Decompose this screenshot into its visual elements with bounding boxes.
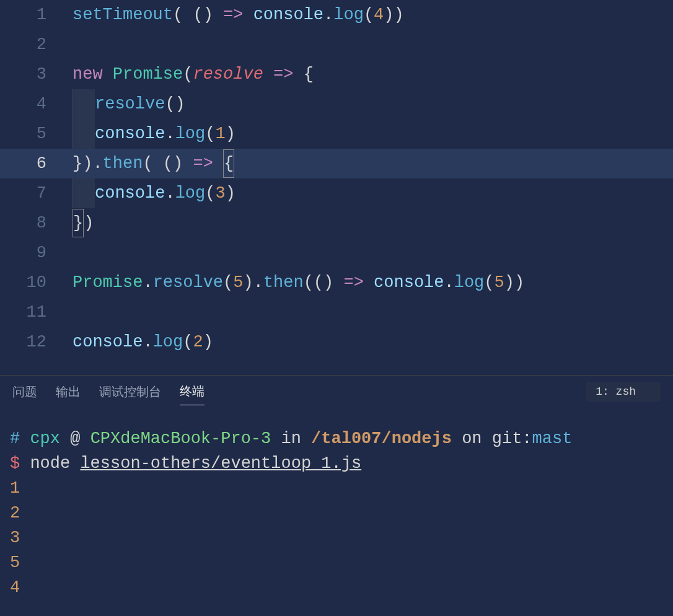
terminal-output-line: 1 bbox=[10, 476, 663, 501]
code-token: )) bbox=[384, 6, 403, 24]
terminal-git: git: bbox=[492, 429, 532, 448]
terminal-in: in bbox=[281, 429, 301, 448]
code-content[interactable]: resolve() bbox=[59, 89, 185, 119]
panel-tabs: 问题 输出 调试控制台 终端 1: zsh bbox=[0, 376, 673, 408]
code-line[interactable]: 9 bbox=[0, 238, 673, 268]
code-token: new bbox=[73, 65, 103, 84]
code-token: ( bbox=[183, 333, 193, 351]
code-token: )) bbox=[504, 273, 524, 292]
terminal-at: @ bbox=[70, 429, 80, 448]
line-number[interactable]: 2 bbox=[0, 30, 59, 59]
code-token: log bbox=[153, 333, 183, 351]
code-token: () bbox=[165, 95, 185, 113]
terminal-file: lesson-others/eventloop_1.js bbox=[80, 454, 361, 473]
terminal-on: on bbox=[462, 429, 482, 448]
code-token: ( bbox=[183, 65, 193, 84]
tab-terminal[interactable]: 终端 bbox=[180, 378, 205, 405]
terminal-output-line: 2 bbox=[10, 501, 663, 526]
code-token: console bbox=[95, 184, 165, 203]
code-editor[interactable]: 1setTimeout( () => console.log(4))23new … bbox=[0, 0, 673, 375]
code-token: console bbox=[73, 333, 143, 351]
tab-output[interactable]: 输出 bbox=[56, 379, 81, 405]
code-token: 3 bbox=[215, 184, 225, 203]
code-content[interactable]: console.log(2) bbox=[59, 327, 213, 357]
line-number[interactable]: 1 bbox=[0, 0, 59, 30]
code-line[interactable]: 1setTimeout( () => console.log(4)) bbox=[0, 0, 673, 30]
code-token: (() bbox=[304, 273, 344, 292]
code-token: => bbox=[343, 273, 363, 292]
line-number[interactable]: 7 bbox=[0, 178, 59, 208]
terminal-selector[interactable]: 1: zsh bbox=[586, 382, 661, 402]
code-content[interactable]: }) bbox=[59, 208, 94, 238]
line-number[interactable]: 6 bbox=[0, 149, 59, 178]
code-line[interactable]: 4resolve() bbox=[0, 89, 673, 119]
code-content[interactable]: }).then( () => { bbox=[59, 149, 234, 178]
code-content[interactable]: new Promise(resolve => { bbox=[59, 59, 314, 89]
code-token: . bbox=[444, 273, 454, 292]
code-token: log bbox=[175, 125, 206, 143]
line-number[interactable]: 3 bbox=[0, 59, 59, 89]
code-token: resolve bbox=[95, 95, 165, 113]
code-line[interactable]: 8}) bbox=[0, 208, 673, 238]
tab-debug-console[interactable]: 调试控制台 bbox=[99, 379, 161, 405]
code-content[interactable]: Promise.resolve(5).then(() => console.lo… bbox=[59, 268, 524, 297]
line-number[interactable]: 5 bbox=[0, 119, 59, 149]
terminal-path: /tal007/nodejs bbox=[311, 429, 452, 448]
code-content[interactable]: console.log(3) bbox=[59, 178, 235, 208]
code-line[interactable]: 5console.log(1) bbox=[0, 119, 673, 149]
code-token bbox=[213, 154, 223, 173]
code-token: 1 bbox=[215, 125, 225, 143]
code-token: => bbox=[273, 65, 293, 84]
code-token: ( bbox=[205, 125, 215, 143]
code-token: . bbox=[165, 125, 175, 143]
code-token bbox=[103, 65, 113, 84]
code-line[interactable]: 6}).then( () => { bbox=[0, 149, 673, 178]
terminal-branch: mast bbox=[532, 429, 573, 448]
code-token: ) bbox=[203, 333, 213, 351]
code-line[interactable]: 7console.log(3) bbox=[0, 178, 673, 208]
line-number[interactable]: 11 bbox=[0, 297, 59, 327]
code-token: ( () bbox=[173, 6, 223, 24]
code-token: log bbox=[175, 184, 206, 203]
indent-guide bbox=[73, 119, 95, 149]
code-token: then bbox=[263, 273, 304, 292]
indent-guide bbox=[73, 89, 95, 119]
code-token: 2 bbox=[193, 333, 203, 351]
code-token: => bbox=[193, 154, 213, 173]
terminal-output-line: 4 bbox=[10, 575, 663, 600]
tab-problems[interactable]: 问题 bbox=[12, 379, 37, 405]
code-token: ( bbox=[364, 6, 374, 24]
code-token: ( bbox=[484, 273, 494, 292]
line-number[interactable]: 10 bbox=[0, 268, 59, 297]
code-token: => bbox=[223, 6, 243, 24]
code-content[interactable]: setTimeout( () => console.log(4)) bbox=[59, 0, 404, 30]
terminal-output-line: 5 bbox=[10, 550, 663, 575]
terminal-hash: # bbox=[10, 429, 20, 448]
code-token: Promise bbox=[73, 273, 143, 292]
code-token: 5 bbox=[495, 273, 504, 292]
code-content[interactable]: console.log(1) bbox=[59, 119, 235, 149]
line-number[interactable]: 9 bbox=[0, 238, 59, 268]
code-token: ( bbox=[205, 184, 215, 203]
code-token: }). bbox=[73, 154, 103, 173]
code-token: console bbox=[253, 6, 323, 24]
code-token: then bbox=[103, 154, 143, 173]
code-line[interactable]: 12console.log(2) bbox=[0, 327, 673, 357]
terminal-prompt-line: # cpx @ CPXdeMacBook-Pro-3 in /tal007/no… bbox=[10, 426, 663, 451]
line-number[interactable]: 8 bbox=[0, 208, 59, 238]
code-line[interactable]: 11 bbox=[0, 297, 673, 327]
code-token: 5 bbox=[233, 273, 243, 292]
terminal-output: 12354 bbox=[10, 476, 663, 600]
code-token: setTimeout bbox=[73, 6, 173, 24]
code-token: ). bbox=[243, 273, 263, 292]
code-token bbox=[364, 273, 374, 292]
code-line[interactable]: 3new Promise(resolve => { bbox=[0, 59, 673, 89]
terminal[interactable]: # cpx @ CPXdeMacBook-Pro-3 in /tal007/no… bbox=[0, 408, 673, 616]
code-line[interactable]: 2 bbox=[0, 30, 673, 59]
line-number[interactable]: 4 bbox=[0, 89, 59, 119]
line-number[interactable]: 12 bbox=[0, 327, 59, 357]
terminal-host: CPXdeMacBook-Pro-3 bbox=[90, 429, 271, 448]
code-token bbox=[263, 65, 273, 84]
code-line[interactable]: 10Promise.resolve(5).then(() => console.… bbox=[0, 268, 673, 297]
code-token: ) bbox=[84, 214, 94, 232]
